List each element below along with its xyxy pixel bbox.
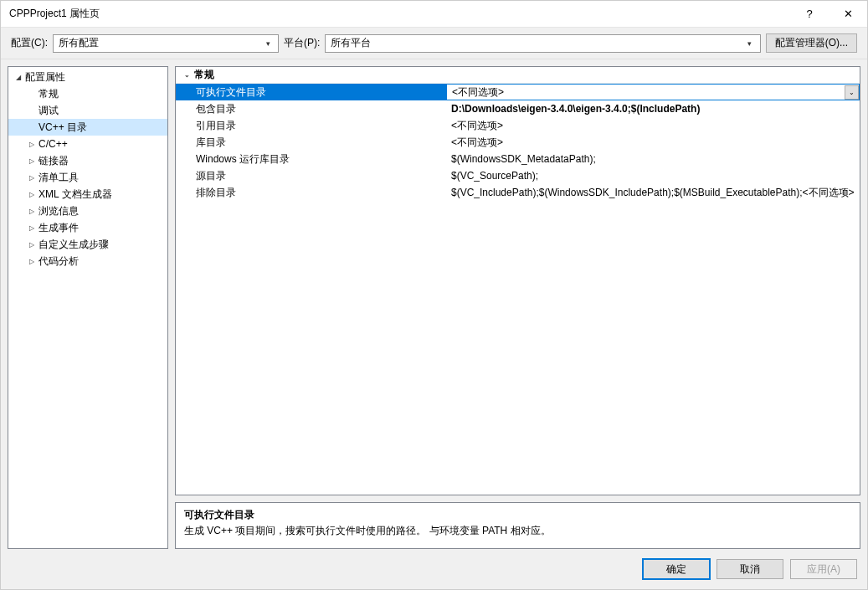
chevron-down-icon: ▾ xyxy=(743,39,757,48)
cell-name: 包含目录 xyxy=(176,100,446,117)
cell-name: 引用目录 xyxy=(176,117,446,134)
tree-item-label: VC++ 目录 xyxy=(39,121,87,135)
grid-category-label: 常规 xyxy=(194,68,214,82)
grid-row[interactable]: 引用目录<不同选项> xyxy=(176,117,860,134)
expand-icon[interactable]: ▷ xyxy=(25,191,39,198)
apply-button[interactable]: 应用(A) xyxy=(790,559,857,579)
grid-row[interactable]: 排除目录$(VC_IncludePath);$(WindowsSDK_Inclu… xyxy=(176,184,860,201)
tree-item-label: 浏览信息 xyxy=(39,204,79,218)
tree-item-label: XML 文档生成器 xyxy=(39,187,112,202)
cell-value-text: $(VC_IncludePath);$(WindowsSDK_IncludePa… xyxy=(451,186,855,200)
cell-value-text: $(WindowsSDK_MetadataPath); xyxy=(451,153,596,165)
grid-row[interactable]: 包含目录D:\Downloads\eigen-3.4.0\eigen-3.4.0… xyxy=(176,100,860,117)
cell-value[interactable]: <不同选项> xyxy=(446,134,860,151)
grid-category[interactable]: ⌄ 常规 xyxy=(176,67,860,84)
tree-item-label: 代码分析 xyxy=(39,254,79,269)
cell-name: 库目录 xyxy=(176,134,446,151)
platform-combo[interactable]: 所有平台 ▾ xyxy=(325,34,760,53)
right-pane: ⌄ 常规 可执行文件目录<不同选项>⌄包含目录D:\Downloads\eige… xyxy=(175,66,860,549)
cell-value-text: <不同选项> xyxy=(451,136,503,150)
dropdown-button[interactable]: ⌄ xyxy=(845,85,859,100)
cell-value[interactable]: $(WindowsSDK_MetadataPath); xyxy=(446,151,860,167)
expand-icon[interactable]: ▷ xyxy=(25,208,39,215)
tree-item-label: 自定义生成步骤 xyxy=(39,238,109,252)
collapse-icon[interactable]: ⌄ xyxy=(179,71,194,79)
cell-value[interactable]: <不同选项> xyxy=(446,117,860,134)
expand-icon[interactable]: ▷ xyxy=(25,241,39,249)
main: ◢ 配置属性 常规调试VC++ 目录▷C/C++▷链接器▷清单工具▷XML 文档… xyxy=(1,59,867,549)
expand-icon[interactable]: ▷ xyxy=(25,258,39,265)
config-label: 配置(C): xyxy=(11,36,48,50)
desc-title: 可执行文件目录 xyxy=(184,508,851,522)
expand-icon[interactable]: ▷ xyxy=(25,157,39,165)
footer: 确定 取消 应用(A) xyxy=(1,549,867,589)
tree-root-label: 配置属性 xyxy=(25,70,65,85)
tree-item-label: 常规 xyxy=(39,87,59,101)
help-button[interactable]: ? xyxy=(790,1,829,27)
tree-view[interactable]: ◢ 配置属性 常规调试VC++ 目录▷C/C++▷链接器▷清单工具▷XML 文档… xyxy=(8,66,168,549)
tree-item[interactable]: ▷生成事件 xyxy=(8,219,167,236)
chevron-down-icon: ▾ xyxy=(261,39,275,48)
cell-value[interactable]: D:\Downloads\eigen-3.4.0\eigen-3.4.0;$(I… xyxy=(446,100,860,117)
expand-icon[interactable]: ▷ xyxy=(25,141,39,148)
window-title: CPPProject1 属性页 xyxy=(9,7,790,21)
platform-value: 所有平台 xyxy=(329,36,742,50)
tree-item-label: 清单工具 xyxy=(39,171,79,185)
cell-value[interactable]: <不同选项>⌄ xyxy=(446,84,860,100)
cell-value[interactable]: $(VC_IncludePath);$(WindowsSDK_IncludePa… xyxy=(446,184,860,201)
grid-row[interactable]: 库目录<不同选项> xyxy=(176,134,860,151)
desc-text: 生成 VC++ 项目期间，搜索可执行文件时使用的路径。 与环境变量 PATH 相… xyxy=(184,524,851,538)
property-grid[interactable]: ⌄ 常规 可执行文件目录<不同选项>⌄包含目录D:\Downloads\eige… xyxy=(175,66,860,495)
tree-item-label: 调试 xyxy=(39,104,59,118)
titlebar: CPPProject1 属性页 ? ✕ xyxy=(1,1,867,28)
toolbar: 配置(C): 所有配置 ▾ 平台(P): 所有平台 ▾ 配置管理器(O)... xyxy=(1,28,867,59)
config-value: 所有配置 xyxy=(57,36,261,50)
close-button[interactable]: ✕ xyxy=(829,1,867,27)
config-combo[interactable]: 所有配置 ▾ xyxy=(53,34,279,53)
tree-item[interactable]: ▷自定义生成步骤 xyxy=(8,236,167,253)
grid-row[interactable]: 可执行文件目录<不同选项>⌄ xyxy=(176,84,860,100)
expand-icon[interactable]: ▷ xyxy=(25,174,39,182)
expand-icon[interactable]: ▷ xyxy=(25,224,39,232)
tree-item[interactable]: ▷代码分析 xyxy=(8,253,167,269)
cell-value-text: D:\Downloads\eigen-3.4.0\eigen-3.4.0;$(I… xyxy=(451,103,700,115)
cancel-button[interactable]: 取消 xyxy=(716,559,783,579)
cell-name: 可执行文件目录 xyxy=(176,84,446,100)
cell-value-text: $(VC_SourcePath); xyxy=(451,170,538,182)
cell-name: Windows 运行库目录 xyxy=(176,151,446,167)
grid-row[interactable]: 源目录$(VC_SourcePath); xyxy=(176,167,860,184)
cell-value-text: <不同选项> xyxy=(451,119,503,133)
description-panel: 可执行文件目录 生成 VC++ 项目期间，搜索可执行文件时使用的路径。 与环境变… xyxy=(175,502,860,549)
tree-item-label: 生成事件 xyxy=(39,221,79,235)
tree-item[interactable]: 常规 xyxy=(8,85,167,102)
tree-item[interactable]: 调试 xyxy=(8,102,167,119)
tree-item[interactable]: ▷链接器 xyxy=(8,152,167,169)
cell-value-text: <不同选项> xyxy=(452,85,504,100)
cell-name: 排除目录 xyxy=(176,184,446,201)
ok-button[interactable]: 确定 xyxy=(643,559,710,579)
tree-item[interactable]: ▷浏览信息 xyxy=(8,203,167,219)
collapse-icon[interactable]: ◢ xyxy=(12,74,25,81)
tree-item[interactable]: ▷XML 文档生成器 xyxy=(8,186,167,203)
tree-item-label: 链接器 xyxy=(39,154,69,168)
tree-item[interactable]: VC++ 目录 xyxy=(8,119,167,136)
cell-name: 源目录 xyxy=(176,167,446,184)
tree-item[interactable]: ▷清单工具 xyxy=(8,169,167,186)
tree-item[interactable]: ▷C/C++ xyxy=(8,136,167,152)
tree-item-label: C/C++ xyxy=(39,138,68,150)
platform-label: 平台(P): xyxy=(284,36,320,50)
grid-row[interactable]: Windows 运行库目录$(WindowsSDK_MetadataPath); xyxy=(176,151,860,167)
config-manager-button[interactable]: 配置管理器(O)... xyxy=(766,33,857,53)
cell-value[interactable]: $(VC_SourcePath); xyxy=(446,167,860,184)
tree-root[interactable]: ◢ 配置属性 xyxy=(8,69,167,85)
